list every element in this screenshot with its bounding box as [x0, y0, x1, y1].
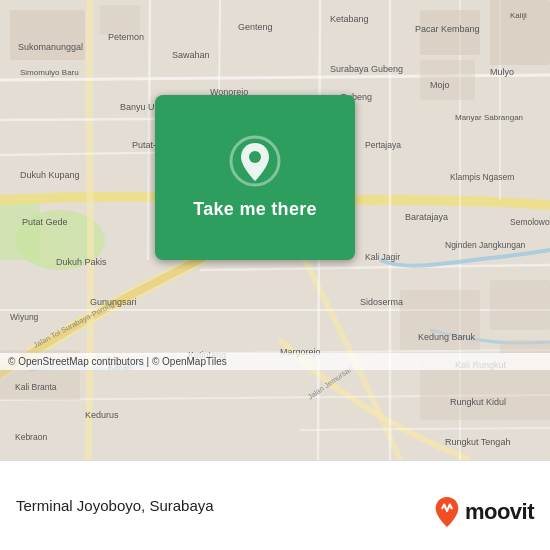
svg-text:Petemon: Petemon [108, 32, 144, 42]
moovit-logo-icon [433, 496, 461, 528]
location-pin-icon [229, 135, 281, 187]
moovit-brand-text: moovit [465, 499, 534, 525]
svg-rect-21 [490, 0, 550, 65]
svg-text:Dukuh Pakis: Dukuh Pakis [56, 257, 107, 267]
svg-rect-18 [10, 10, 85, 60]
attribution-bar: © OpenStreetMap contributors | © OpenMap… [0, 353, 550, 370]
svg-text:Mojo: Mojo [430, 80, 450, 90]
location-card[interactable]: Take me there [155, 95, 355, 260]
svg-text:Pacar Kembang: Pacar Kembang [415, 24, 480, 34]
svg-text:Klampis Ngasem: Klampis Ngasem [450, 172, 514, 182]
map-container: Sukomanunggal Simomulyo Baru Petemon Saw… [0, 0, 550, 460]
take-me-there-button[interactable]: Take me there [193, 199, 317, 220]
moovit-logo: moovit [433, 496, 534, 528]
svg-text:Kali Jagir: Kali Jagir [365, 252, 400, 262]
svg-text:Kali Branta: Kali Branta [15, 382, 57, 392]
svg-text:Baratajaya: Baratajaya [405, 212, 448, 222]
svg-text:Ketabang: Ketabang [330, 14, 369, 24]
svg-text:Semolowo: Semolowo [510, 217, 550, 227]
svg-text:Wiyung: Wiyung [10, 312, 39, 322]
svg-text:Surabaya Gubeng: Surabaya Gubeng [330, 64, 403, 74]
svg-rect-19 [100, 5, 140, 35]
attribution-text: © OpenStreetMap contributors | © OpenMap… [8, 356, 227, 367]
svg-text:Kebraon: Kebraon [15, 432, 47, 442]
svg-text:Putat Gede: Putat Gede [22, 217, 68, 227]
svg-text:Kedung Baruk: Kedung Baruk [418, 332, 476, 342]
svg-point-70 [249, 151, 261, 163]
place-name: Terminal Joyoboyo, Surabaya [16, 497, 214, 514]
svg-rect-25 [490, 280, 550, 330]
svg-rect-2 [0, 200, 40, 260]
svg-text:Mulyo: Mulyo [490, 67, 514, 77]
svg-text:Kalijl: Kalijl [510, 11, 527, 20]
svg-text:Kedurus: Kedurus [85, 410, 119, 420]
bottom-bar: Terminal Joyoboyo, Surabaya moovit [0, 460, 550, 550]
svg-text:Dukuh Kupang: Dukuh Kupang [20, 170, 80, 180]
svg-text:Nginden Jangkungan: Nginden Jangkungan [445, 240, 526, 250]
svg-rect-27 [500, 340, 550, 420]
svg-text:Manyar Sabrangan: Manyar Sabrangan [455, 113, 523, 122]
svg-text:Simomulyo Baru: Simomulyo Baru [20, 68, 79, 77]
svg-text:Rungkut Tengah: Rungkut Tengah [445, 437, 510, 447]
svg-text:Sidoserma: Sidoserma [360, 297, 403, 307]
svg-text:Genteng: Genteng [238, 22, 273, 32]
svg-text:Pertajaya: Pertajaya [365, 140, 401, 150]
svg-text:Sukomanunggal: Sukomanunggal [18, 42, 83, 52]
svg-text:Rungkut Kidul: Rungkut Kidul [450, 397, 506, 407]
svg-text:Sawahan: Sawahan [172, 50, 210, 60]
